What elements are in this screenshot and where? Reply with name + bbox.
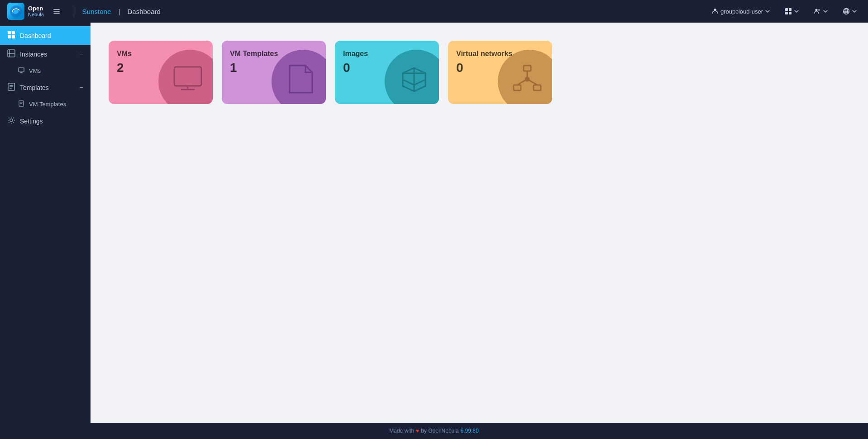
card-templates-title: VM Templates [230,50,318,58]
card-images-title: Images [343,50,431,58]
sidebar-label-templates: Templates [20,84,75,91]
collapse-templates-icon: − [79,84,83,92]
grid-menu-button[interactable] [781,6,803,17]
footer-by: by OpenNebula [421,428,458,434]
sidebar-item-instances[interactable]: Instances − [0,45,91,63]
templates-icon [7,83,15,92]
heart-icon: ♥ [416,428,419,434]
sidebar-item-settings[interactable]: Settings [0,112,91,130]
app-name[interactable]: Sunstone [82,8,111,15]
dashboard-icon [7,31,15,40]
box-icon [394,59,434,99]
chevron-down-icon [765,9,770,14]
svg-line-39 [403,80,414,85]
card-vm-templates[interactable]: VM Templates 1 [222,41,326,104]
divider [73,6,73,17]
svg-rect-34 [174,67,201,86]
users-icon [814,8,821,15]
svg-rect-41 [524,66,531,71]
svg-rect-2 [53,11,60,12]
sidebar-item-vm-templates[interactable]: VM Templates [0,97,91,112]
collapse-instances-icon: − [79,50,83,58]
monitor-icon [167,59,208,99]
svg-rect-18 [8,35,11,38]
topbar-left: OpenNebula Sunstone | Dashboard [7,3,161,20]
main-layout: Dashboard Instances − [0,23,868,423]
dashboard-cards: VMs 2 VM Templates 1 [109,41,850,104]
svg-rect-43 [534,85,541,90]
chevron-down-icon [852,9,857,14]
user-icon [711,8,719,15]
svg-rect-23 [19,68,24,72]
sidebar-label-settings: Settings [20,118,83,125]
footer-made-with: Made with [389,428,414,434]
sidebar-item-dashboard[interactable]: Dashboard [0,26,91,45]
language-menu-button[interactable] [839,6,861,17]
logo-text: OpenNebula [28,5,44,18]
grid-icon [785,8,792,15]
svg-rect-19 [12,35,15,38]
users-menu-button[interactable] [810,6,832,17]
card-vms-title: VMs [117,50,205,58]
card-networks-title: Virtual networks [456,50,544,58]
sidebar-label-vms: VMs [29,67,41,74]
logo[interactable]: OpenNebula [7,3,44,20]
footer: Made with ♥ by OpenNebula 6.99.80 [0,423,868,439]
vm-template-icon [18,100,24,108]
card-images[interactable]: Images 0 [335,41,439,104]
svg-rect-7 [785,12,788,14]
vm-icon [18,67,24,75]
document-icon [281,59,321,99]
svg-point-33 [10,119,13,122]
main-content: VMs 2 VM Templates 1 [91,23,868,423]
instances-icon [7,49,15,59]
page-title: Dashboard [127,8,160,15]
svg-rect-5 [785,8,788,11]
svg-rect-42 [514,85,521,90]
svg-point-10 [818,9,820,11]
settings-icon [7,116,15,126]
chevron-down-icon [823,9,828,14]
logo-image [7,3,24,20]
sidebar-item-vms[interactable]: VMs [0,63,91,78]
svg-rect-3 [53,13,60,14]
sidebar-label-instances: Instances [20,51,75,58]
svg-rect-17 [12,31,15,34]
topbar: OpenNebula Sunstone | Dashboard groupclo… [0,0,868,23]
footer-version: 6.99.80 [461,428,479,434]
sidebar-item-templates[interactable]: Templates − [0,78,91,97]
card-vms[interactable]: VMs 2 [109,41,213,104]
svg-rect-6 [789,8,792,11]
globe-icon [843,8,850,15]
user-menu-button[interactable]: groupcloud-user [708,6,774,17]
svg-line-40 [414,80,425,85]
sidebar: Dashboard Instances − [0,23,91,423]
svg-point-9 [816,9,818,11]
network-icon [507,59,548,99]
sidebar-label-dashboard: Dashboard [20,32,83,39]
card-virtual-networks[interactable]: Virtual networks 0 [448,41,552,104]
chevron-down-icon [794,9,799,14]
collapse-sidebar-button[interactable] [49,6,64,17]
svg-rect-1 [53,9,60,10]
topbar-right: groupcloud-user [708,6,861,17]
svg-rect-16 [8,31,11,34]
sidebar-label-vm-templates: VM Templates [29,101,66,108]
svg-rect-8 [789,12,792,14]
user-label: groupcloud-user [720,8,763,15]
page-title-separator: | [116,8,122,15]
svg-point-47 [525,77,529,81]
